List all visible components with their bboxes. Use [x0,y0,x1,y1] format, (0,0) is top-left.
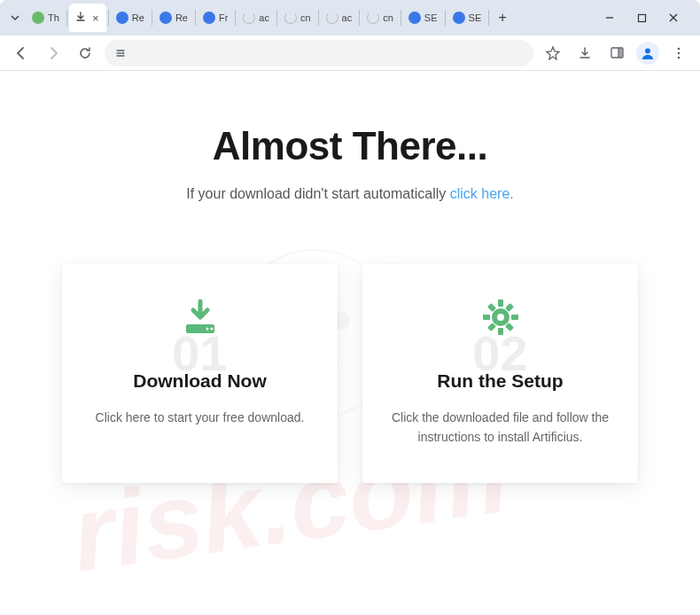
svg-rect-3 [618,49,622,58]
toolbar [0,35,700,71]
reload-button[interactable] [73,41,97,66]
tab-label: Fr [219,12,228,23]
svg-point-6 [678,51,681,54]
tab-separator [276,10,277,26]
menu-button[interactable] [666,41,691,66]
setup-card[interactable]: 02 [362,264,638,483]
titlebar: Th × Re Re Fr [0,0,700,35]
close-button[interactable] [663,7,684,28]
tab[interactable]: SE [403,4,443,32]
page-subtitle: If your download didn't start automatica… [44,186,656,202]
side-panel-button[interactable] [604,41,629,66]
back-button[interactable] [9,41,34,66]
svg-rect-0 [638,14,645,21]
tab-label: ac [342,12,353,23]
toolbar-actions [541,41,691,66]
forward-button[interactable] [41,41,66,66]
window-controls [587,7,696,28]
tab[interactable]: Re [111,4,150,32]
click-here-link[interactable]: click here. [450,186,514,201]
tab[interactable]: SE [447,4,487,32]
svg-point-16 [210,328,213,331]
site-settings-icon[interactable] [113,46,128,60]
profile-button[interactable] [636,42,659,65]
svg-point-4 [645,48,650,53]
svg-rect-14 [186,324,214,333]
download-icon [179,296,222,339]
svg-point-15 [206,328,208,331]
tab[interactable]: Th [27,4,65,32]
tab-label: Re [175,12,188,23]
tab-label: SE [424,12,438,23]
card-title: Download Now [85,370,315,392]
tab-separator [152,10,152,26]
close-icon[interactable]: × [90,12,101,23]
loading-icon [367,12,379,24]
favicon-icon [116,12,128,24]
svg-rect-20 [483,315,490,320]
favicon-icon [159,12,172,24]
svg-point-1 [122,51,124,53]
new-tab-button[interactable]: + [491,6,514,29]
loading-icon [326,12,338,24]
card-title: Run the Setup [385,370,615,392]
tab-label: cn [300,12,311,23]
tab-label: Th [48,12,59,23]
tab-separator [445,10,446,26]
tab[interactable]: cn [362,4,399,32]
svg-rect-18 [498,328,503,335]
downloads-button[interactable] [572,41,597,66]
tab-label: SE [469,12,482,23]
download-card[interactable]: 01 Download Now Click here to start your… [62,264,338,483]
svg-rect-19 [511,315,518,320]
favicon-icon [453,12,465,24]
tab-separator [66,10,67,26]
minimize-button[interactable] [599,7,620,28]
tab-separator [401,10,401,26]
page: Almost There... If your download didn't … [0,71,700,483]
card-description: Click here to start your free download. [85,408,315,427]
tab[interactable]: ac [321,4,358,32]
favicon-icon [203,12,215,24]
tab-label: cn [383,12,393,23]
page-title: Almost There... [44,124,656,168]
maximize-button[interactable] [631,7,652,28]
tab-label: ac [259,12,269,23]
favicon-icon [408,12,421,24]
svg-point-7 [678,56,681,58]
tab-separator [359,10,360,26]
tab-label: Re [132,12,144,23]
page-content: risk.com Almost There... If your downloa… [0,71,700,615]
tab-separator [195,10,196,26]
tab-separator [235,10,236,26]
tab-strip: Th × Re Re Fr [27,4,587,32]
bookmark-button[interactable] [541,41,565,66]
download-icon [74,11,87,25]
tab-search-button[interactable] [4,6,27,29]
tab-separator [108,10,109,26]
loading-icon [243,12,255,24]
tab[interactable]: Re [154,4,193,32]
svg-point-5 [678,47,681,50]
address-bar[interactable] [105,40,533,66]
tab-separator [318,10,319,26]
tab-active[interactable]: × [69,4,106,32]
browser-window: Th × Re Re Fr [0,0,700,615]
tab[interactable]: ac [237,4,275,32]
card-description: Click the downloaded file and follow the… [385,408,615,448]
subtitle-text: If your download didn't start automatica… [186,186,449,201]
loading-icon [284,12,297,24]
tab[interactable]: Fr [198,4,233,32]
svg-rect-17 [498,300,503,307]
tab[interactable]: cn [279,4,316,32]
favicon-icon [32,12,44,24]
gear-icon [479,296,522,339]
tab-separator [488,10,489,26]
cards-row: 01 Download Now Click here to start your… [44,264,656,483]
